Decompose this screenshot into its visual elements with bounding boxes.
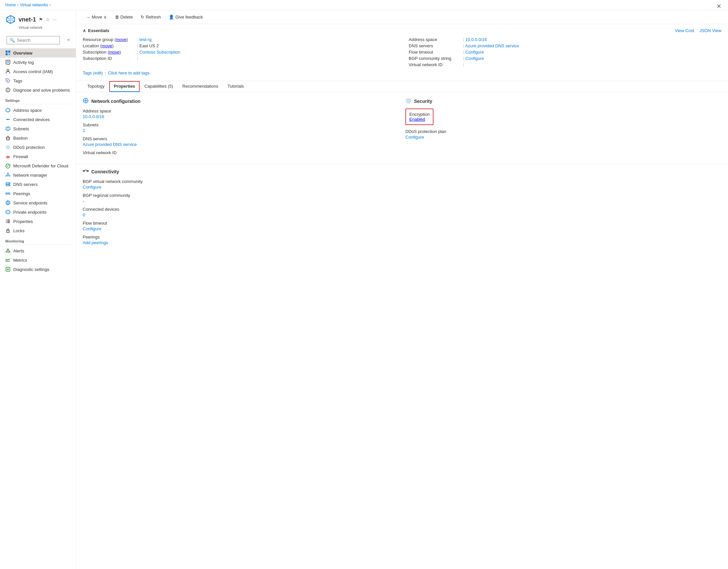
delete-button[interactable]: 🗑 Delete [112, 13, 136, 21]
svg-rect-12 [6, 60, 10, 64]
subscription-value[interactable]: Contoso Subscription [139, 50, 180, 55]
resource-group-label: Resource group (move) [83, 37, 136, 42]
move-button[interactable]: → Move ∨ [83, 13, 110, 21]
prop-dns: DNS servers Azure provided DNS service [83, 136, 399, 147]
pin-icon[interactable]: ⚑ [39, 17, 43, 22]
collapse-essentials-icon[interactable]: ∧ [83, 28, 86, 33]
tab-recommendations[interactable]: Recommendations [178, 81, 223, 92]
nav-item-metrics[interactable]: Metrics [0, 255, 76, 265]
nav-item-private-endpoints[interactable]: Private endpoints [0, 207, 76, 217]
nav-item-firewall[interactable]: Firewall [0, 152, 76, 161]
tab-capabilities[interactable]: Capabilities (5) [140, 81, 178, 92]
resource-group-move-link[interactable]: move [116, 37, 126, 42]
address-space-value[interactable]: 10.0.0.0/16 [465, 37, 487, 42]
bgp-community-value[interactable]: Configure [465, 56, 484, 61]
nav-item-network-manager[interactable]: Network manager [0, 170, 76, 180]
location-move-link[interactable]: move [102, 43, 112, 48]
svg-rect-11 [8, 53, 10, 55]
nav-item-address-space[interactable]: Address space [0, 106, 76, 115]
flow-timeout-value[interactable]: Configure [465, 50, 484, 55]
nav-label-locks: Locks [13, 228, 24, 233]
add-peerings-link[interactable]: Add peerings [83, 240, 108, 245]
properties-panel: Network configuration Address space 10.0… [76, 92, 728, 164]
dns-servers-value[interactable]: Azure provided DNS service [465, 43, 519, 48]
alerts-icon [5, 248, 11, 253]
security-icon [405, 98, 411, 105]
tags-row: Tags (edit) : Click here to add tags [83, 68, 721, 77]
give-feedback-button[interactable]: 👤 Give feedback [165, 13, 206, 21]
prop-address-space-value[interactable]: 10.0.0.0/16 [83, 114, 104, 119]
nav-item-ddos[interactable]: DDoS protection [0, 143, 76, 152]
nav-label-address-space: Address space [13, 108, 42, 113]
nav-label-diagnostic-settings: Diagnostic settings [13, 267, 49, 272]
network-config-title: Network configuration [91, 99, 141, 104]
nav-item-properties[interactable]: Properties [0, 217, 76, 226]
security-section: Security Encryption Enabled DDoS protect… [405, 98, 721, 158]
breadcrumb-home[interactable]: Home [5, 3, 16, 7]
encryption-value[interactable]: Enabled [409, 117, 430, 122]
private-icon [5, 209, 11, 215]
tab-properties[interactable]: Properties [109, 81, 140, 92]
activity-icon [5, 60, 11, 65]
tags-edit-link[interactable]: Tags (edit) [83, 70, 103, 75]
bastion-icon [5, 135, 11, 141]
metrics-icon [5, 257, 11, 263]
connectivity-section: Connectivity BGP virtual network communi… [76, 164, 728, 255]
firewall-icon [5, 154, 11, 159]
nav-item-defender[interactable]: Microsoft Defender for Cloud [0, 161, 76, 170]
svg-rect-53 [7, 231, 9, 233]
svg-point-39 [6, 193, 8, 195]
ddos-icon [5, 145, 11, 150]
more-icon[interactable]: ··· [53, 17, 57, 22]
nav-label-metrics: Metrics [13, 258, 27, 263]
sidebar-search[interactable]: 🔍 [7, 36, 60, 44]
nav-label-activity-log: Activity log [13, 60, 34, 65]
prop-subnets: Subnets 1 [83, 122, 399, 133]
nav-item-bastion[interactable]: Bastion [0, 133, 76, 143]
breadcrumb-virtual-networks[interactable]: Virtual networks [20, 3, 48, 7]
nav-item-service-endpoints[interactable]: Service endpoints [0, 198, 76, 207]
prop-peerings: Peerings Add peerings [83, 235, 721, 245]
connectivity-title: Connectivity [91, 169, 119, 174]
search-input[interactable] [17, 38, 57, 43]
nav-item-activity-log[interactable]: Activity log [0, 58, 76, 67]
nav-label-alerts: Alerts [13, 248, 24, 253]
nav-item-alerts[interactable]: Alerts [0, 246, 76, 255]
nav-item-locks[interactable]: Locks [0, 226, 76, 235]
nav-item-subnets[interactable]: Subnets [0, 124, 76, 133]
ddos-configure-link[interactable]: Configure [405, 135, 424, 140]
bgp-community-configure-link[interactable]: Configure [83, 185, 101, 190]
nav-item-connected-devices[interactable]: Connected devices [0, 115, 76, 124]
nav-item-overview[interactable]: Overview [0, 48, 76, 58]
subscription-move-link[interactable]: move [109, 50, 119, 55]
collapse-button[interactable]: « [65, 36, 72, 44]
nav-item-peerings[interactable]: Peerings [0, 189, 76, 198]
settings-section-label: Settings [0, 95, 76, 104]
prop-dns-value[interactable]: Azure provided DNS service [83, 142, 137, 147]
svg-rect-10 [6, 53, 8, 55]
essentials-section: ∧ Essentials View Cost JSON View Resourc… [76, 24, 728, 81]
tab-topology[interactable]: Topology [83, 81, 109, 92]
resource-group-value[interactable]: test-rg [139, 37, 152, 42]
refresh-button[interactable]: ↻ Refresh [137, 13, 164, 21]
nav-label-network-manager: Network manager [13, 173, 47, 178]
flow-timeout-configure-link[interactable]: Configure [83, 226, 101, 231]
nav-item-tags[interactable]: Tags [0, 76, 76, 85]
json-view-link[interactable]: JSON View [700, 28, 721, 33]
nav-item-access-control[interactable]: Access control (IAM) [0, 67, 76, 76]
connected-devices-value[interactable]: 0 [83, 212, 85, 217]
security-title: Security [414, 99, 432, 104]
nav-label-peerings: Peerings [13, 191, 30, 196]
nav-item-diagnostic-settings[interactable]: Diagnostic settings [0, 265, 76, 274]
prop-encryption: Encryption Enabled [405, 109, 721, 125]
tags-add-link[interactable]: Click here to add tags [108, 70, 150, 75]
view-cost-link[interactable]: View Cost [675, 28, 694, 33]
tab-tutorials[interactable]: Tutorials [223, 81, 248, 92]
nav-label-tags: Tags [13, 78, 22, 83]
address-space-label: Address space [409, 37, 462, 42]
nav-item-diagnose[interactable]: Diagnose and solve problems [0, 85, 76, 95]
nav-item-dns-servers[interactable]: DNS servers [0, 180, 76, 189]
star-icon[interactable]: ☆ [46, 17, 50, 22]
svg-point-40 [9, 193, 10, 195]
prop-subnets-value[interactable]: 1 [83, 128, 85, 133]
